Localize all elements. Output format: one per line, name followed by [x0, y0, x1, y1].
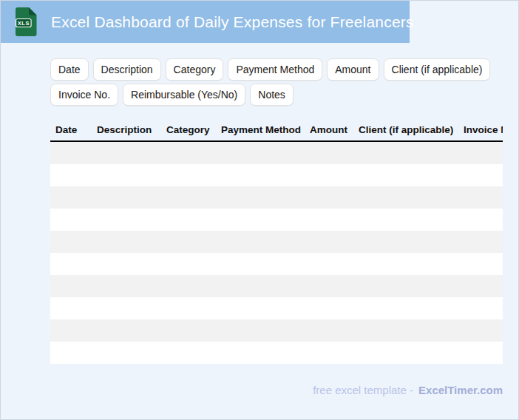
- column-header-invoice-no: Invoice No.: [458, 119, 503, 141]
- table-cell: [458, 186, 503, 209]
- table-cell: [161, 164, 216, 186]
- table-cell: [50, 319, 92, 342]
- field-chip-description[interactable]: Description: [93, 58, 161, 81]
- table-cell: [50, 209, 92, 231]
- column-header-date: Date: [50, 119, 92, 141]
- header-band: XLS Excel Dashboard of Daily Expenses fo…: [1, 1, 410, 43]
- table-cell: [353, 141, 458, 164]
- table-cell: [353, 231, 458, 253]
- table-row: [50, 164, 503, 186]
- table-cell: [305, 186, 353, 209]
- footer: free excel template -ExcelTimer.com: [313, 384, 503, 396]
- table-cell: [458, 141, 503, 164]
- table-cell: [216, 141, 305, 164]
- table-cell: [92, 275, 161, 297]
- column-header-description: Description: [92, 119, 161, 141]
- column-header-amount: Amount: [305, 119, 353, 141]
- table-cell: [305, 275, 353, 297]
- table-cell: [92, 209, 161, 231]
- table-cell: [216, 231, 305, 253]
- table-cell: [50, 186, 92, 209]
- table-row: [50, 186, 503, 209]
- table-cell: [305, 164, 353, 186]
- table-header-row: DateDescriptionCategoryPayment MethodAmo…: [50, 119, 503, 141]
- table-row: [50, 275, 503, 297]
- table-cell: [458, 231, 503, 253]
- column-header-client-if-applicable: Client (if applicable): [353, 119, 458, 141]
- footer-text: free excel template -: [313, 384, 413, 396]
- table-cell: [216, 275, 305, 297]
- field-chip-date[interactable]: Date: [50, 58, 89, 81]
- table-cell: [353, 297, 458, 319]
- table-row: [50, 231, 503, 253]
- table-cell: [305, 297, 353, 319]
- xls-file-icon: XLS: [16, 7, 37, 36]
- table-cell: [161, 275, 216, 297]
- table-cell: [92, 297, 161, 319]
- table-cell: [50, 141, 92, 164]
- table-row: [50, 319, 503, 342]
- field-chip-invoice-no[interactable]: Invoice No.: [50, 84, 118, 106]
- table-row: [50, 342, 503, 364]
- table-cell: [92, 319, 161, 342]
- expenses-table-grid: DateDescriptionCategoryPayment MethodAmo…: [50, 119, 503, 364]
- table-row: [50, 141, 503, 164]
- table-cell: [353, 275, 458, 297]
- table-cell: [305, 209, 353, 231]
- table-cell: [458, 164, 503, 186]
- table-cell: [216, 297, 305, 319]
- template-card: XLS Excel Dashboard of Daily Expenses fo…: [0, 0, 519, 420]
- table-cell: [305, 141, 353, 164]
- footer-brand-link[interactable]: ExcelTimer.com: [418, 384, 503, 396]
- table-cell: [92, 141, 161, 164]
- table-cell: [161, 342, 216, 364]
- table-cell: [92, 231, 161, 253]
- table-cell: [216, 186, 305, 209]
- page-title: Excel Dashboard of Daily Expenses for Fr…: [51, 1, 414, 43]
- table-cell: [50, 297, 92, 319]
- table-cell: [458, 319, 503, 342]
- field-chip-amount[interactable]: Amount: [327, 58, 379, 81]
- table-cell: [161, 297, 216, 319]
- field-chips: DateDescriptionCategoryPayment MethodAmo…: [50, 58, 504, 106]
- table-cell: [92, 253, 161, 275]
- table-cell: [458, 209, 503, 231]
- table-cell: [216, 164, 305, 186]
- table-cell: [458, 253, 503, 275]
- column-header-category: Category: [161, 119, 216, 141]
- table-cell: [50, 342, 92, 364]
- column-header-payment-method: Payment Method: [216, 119, 305, 141]
- table-cell: [353, 164, 458, 186]
- expenses-table: DateDescriptionCategoryPayment MethodAmo…: [50, 119, 503, 364]
- table-cell: [458, 275, 503, 297]
- table-cell: [50, 231, 92, 253]
- table-cell: [161, 319, 216, 342]
- table-cell: [305, 319, 353, 342]
- field-chip-payment-method[interactable]: Payment Method: [228, 58, 322, 81]
- table-cell: [92, 186, 161, 209]
- table-cell: [353, 209, 458, 231]
- table-cell: [353, 319, 458, 342]
- table-row: [50, 297, 503, 319]
- table-cell: [216, 342, 305, 364]
- table-cell: [50, 253, 92, 275]
- table-cell: [161, 141, 216, 164]
- table-cell: [305, 231, 353, 253]
- field-chip-client-if-applicable[interactable]: Client (if applicable): [384, 58, 491, 81]
- table-cell: [458, 342, 503, 364]
- table-cell: [161, 253, 216, 275]
- table-cell: [353, 186, 458, 209]
- table-cell: [50, 164, 92, 186]
- table-cell: [216, 253, 305, 275]
- table-cell: [353, 253, 458, 275]
- table-cell: [305, 342, 353, 364]
- field-chip-reimbursable-yes-no[interactable]: Reimbursable (Yes/No): [123, 84, 245, 106]
- table-row: [50, 209, 503, 231]
- field-chip-notes[interactable]: Notes: [250, 84, 294, 106]
- xls-icon-label: XLS: [18, 20, 30, 27]
- field-chip-category[interactable]: Category: [166, 58, 224, 81]
- table-cell: [305, 253, 353, 275]
- table-cell: [353, 342, 458, 364]
- table-cell: [216, 209, 305, 231]
- table-cell: [161, 231, 216, 253]
